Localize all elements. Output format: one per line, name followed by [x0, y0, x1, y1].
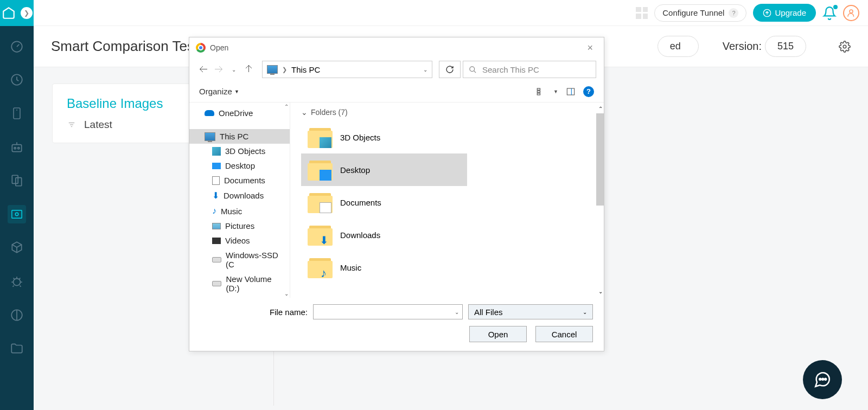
svg-rect-21 — [537, 93, 540, 95]
close-button[interactable]: × — [583, 42, 597, 54]
svg-point-17 — [470, 66, 475, 71]
document-icon — [212, 176, 220, 185]
app-logo-icon[interactable] — [1, 5, 16, 21]
dialog-footer: File name: ⌄ All Files⌄ Open Cancel — [189, 298, 604, 351]
back-button[interactable]: 🡠 — [197, 63, 210, 76]
folder-3dobjects[interactable]: 3D Objects — [301, 121, 467, 153]
breadcrumb-text: This PC — [291, 65, 320, 74]
open-button[interactable]: Open — [469, 326, 527, 342]
dialog-title: Open — [210, 43, 228, 52]
chat-button[interactable] — [803, 360, 842, 399]
tree-item-videos[interactable]: Videos — [189, 233, 290, 248]
sidebar-item-history[interactable] — [8, 71, 26, 89]
upgrade-button[interactable]: Upgrade — [753, 4, 816, 22]
breadcrumb[interactable]: ❯ This PC ⌄ — [262, 61, 432, 78]
notifications-button[interactable] — [822, 6, 837, 20]
gear-icon[interactable] — [839, 41, 851, 53]
configure-tunnel-label: Configure Tunnel — [662, 8, 724, 17]
folder-downloads[interactable]: Downloads — [301, 219, 467, 251]
sidebar-item-visual[interactable] — [8, 205, 26, 223]
cancel-button[interactable]: Cancel — [535, 326, 593, 342]
svg-point-24 — [819, 379, 821, 380]
version-label: Version: — [723, 40, 762, 53]
folders-header[interactable]: ⌄Folders (7) — [301, 108, 593, 117]
scroll-up-icon[interactable]: ⌃ — [284, 104, 289, 110]
folder-desktop[interactable]: Desktop — [301, 153, 467, 186]
tree-panel: ⌃ OneDrive This PC 3D Objects Desktop Do… — [189, 102, 290, 298]
svg-point-10 — [15, 213, 18, 216]
svg-point-1 — [850, 10, 853, 13]
organize-button[interactable]: Organize ▼ — [199, 87, 239, 96]
tree-item-onedrive[interactable]: OneDrive — [189, 106, 290, 120]
tree-item-3dobjects[interactable]: 3D Objects — [189, 144, 290, 158]
avatar[interactable] — [843, 5, 859, 21]
sidebar-item-3d[interactable] — [8, 239, 26, 257]
sidebar-item-automation[interactable] — [8, 138, 26, 156]
filename-label: File name: — [270, 308, 308, 317]
notification-dot-icon — [833, 5, 838, 9]
tree-item-drive-c[interactable]: Windows-SSD (C — [189, 248, 290, 272]
chevron-down-icon[interactable]: ⌄ — [455, 309, 459, 315]
folder-documents[interactable]: Documents — [301, 186, 467, 219]
apps-grid-icon[interactable] — [636, 7, 648, 19]
view-options-button[interactable] — [535, 86, 547, 98]
tree-item-drive-d[interactable]: New Volume (D:) — [189, 272, 290, 296]
sidebar-item-copies[interactable] — [8, 171, 26, 190]
tree-item-downloads[interactable]: ⬇Downloads — [189, 188, 290, 203]
sidebar-item-bug[interactable] — [8, 272, 26, 291]
chevron-down-icon[interactable]: ⌄ — [423, 67, 427, 73]
download-icon: ⬇ — [212, 190, 219, 201]
version-input[interactable]: 515 — [765, 36, 806, 57]
tree-item-thispc[interactable]: This PC — [189, 129, 290, 144]
help-button[interactable]: ? — [583, 86, 594, 97]
filetype-select[interactable]: All Files⌄ — [468, 304, 593, 319]
scroll-down-icon[interactable]: ⌄ — [598, 289, 603, 294]
up-button[interactable]: 🡡 — [242, 63, 256, 76]
3d-icon — [320, 137, 331, 148]
filename-input[interactable]: ⌄ — [313, 304, 463, 319]
scroll-up-icon[interactable]: ⌃ — [598, 106, 603, 112]
drive-icon — [212, 257, 221, 262]
svg-rect-3 — [14, 108, 20, 119]
tree-item-documents[interactable]: Documents — [189, 173, 290, 188]
scrollbar[interactable] — [596, 113, 604, 206]
svg-rect-7 — [12, 175, 18, 183]
desktop-icon — [212, 163, 221, 169]
search-icon — [469, 66, 477, 74]
onedrive-icon — [205, 110, 214, 116]
sidebar — [0, 26, 34, 410]
document-icon — [320, 202, 331, 213]
sidebar-item-dashboard[interactable] — [8, 37, 26, 55]
expand-sidebar-icon[interactable]: ❯ — [21, 7, 33, 19]
text-input-fragment[interactable]: ed — [658, 36, 699, 57]
refresh-button[interactable] — [439, 61, 461, 78]
topbar-right: Configure Tunnel ? Upgrade — [636, 4, 859, 22]
chevron-right-icon: ❯ — [282, 66, 287, 73]
configure-tunnel-button[interactable]: Configure Tunnel ? — [654, 4, 746, 22]
recent-dropdown-icon[interactable]: ⌄ — [227, 63, 240, 76]
sidebar-item-device[interactable] — [8, 104, 26, 123]
sidebar-item-compare[interactable] — [8, 306, 26, 324]
dialog-titlebar: Open × — [189, 37, 604, 58]
svg-rect-9 — [12, 210, 22, 219]
chevron-down-icon: ⌄ — [301, 108, 308, 117]
forward-button[interactable]: 🡢 — [212, 63, 225, 76]
folder-music[interactable]: Music — [301, 251, 467, 284]
search-input[interactable]: Search This PC — [463, 61, 596, 78]
music-icon — [320, 267, 331, 278]
preview-pane-button[interactable] — [565, 86, 577, 98]
tree-item-music[interactable]: ♪Music — [189, 203, 290, 219]
chevron-down-icon[interactable]: ▼ — [553, 89, 558, 94]
help-icon[interactable]: ? — [729, 8, 738, 18]
desktop-icon — [320, 170, 331, 181]
search-placeholder: Search This PC — [482, 65, 539, 74]
tree-item-pictures[interactable]: Pictures — [189, 219, 290, 233]
svg-point-2 — [11, 41, 22, 52]
sidebar-item-files[interactable] — [8, 339, 26, 358]
scroll-down-icon[interactable]: ⌄ — [284, 291, 289, 297]
latest-label: Latest — [84, 119, 112, 131]
upgrade-label: Upgrade — [775, 8, 806, 17]
dialog-nav: 🡠 🡢 ⌄ 🡡 ❯ This PC ⌄ Search This PC — [189, 58, 604, 81]
chevron-down-icon: ⌄ — [583, 309, 587, 315]
tree-item-desktop[interactable]: Desktop — [189, 158, 290, 173]
